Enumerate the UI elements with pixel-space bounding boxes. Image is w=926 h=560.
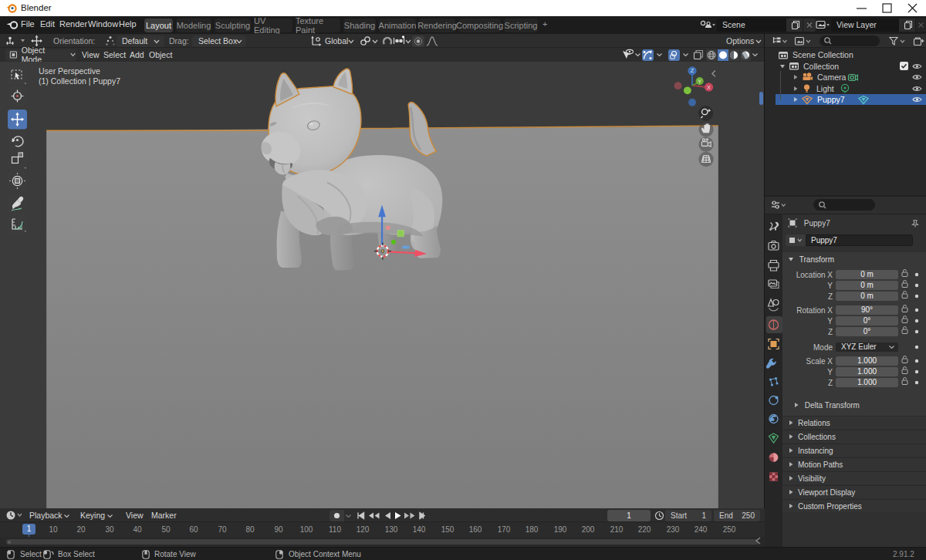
svg-text:Z: Z — [691, 67, 694, 74]
svg-text:Y: Y — [698, 79, 701, 84]
svg-text:X: X — [707, 84, 711, 91]
